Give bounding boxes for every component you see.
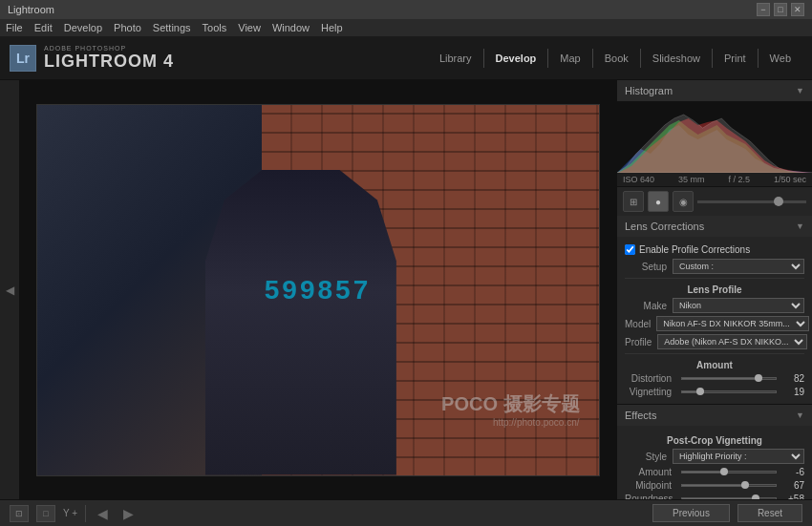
- menu-view[interactable]: View: [238, 22, 261, 33]
- profile-label: Profile: [625, 337, 657, 347]
- menu-edit[interactable]: Edit: [34, 22, 53, 33]
- right-panel: Histogram ▼ ISO 640: [616, 80, 812, 499]
- xy-label: Y +: [63, 508, 77, 518]
- roundness-thumb: [752, 494, 759, 499]
- watermark-id: 599857: [265, 275, 371, 305]
- maximize-button[interactable]: □: [774, 3, 787, 16]
- lens-corrections-content: Enable Profile Corrections Setup Custom …: [617, 237, 812, 404]
- midpoint-value: 67: [780, 480, 804, 491]
- lr-badge: Lr: [10, 45, 36, 72]
- midpoint-row: Midpoint 67: [625, 480, 804, 491]
- distortion-slider[interactable]: [681, 377, 777, 380]
- redeye-tool[interactable]: ◉: [673, 191, 694, 212]
- view-single-btn[interactable]: □: [36, 505, 55, 522]
- histogram-section: Histogram ▼ ISO 640: [617, 80, 812, 187]
- app-header: Lr ADOBE PHOTOSHOP LIGHTROOM 4 Library D…: [0, 36, 812, 80]
- aperture-value: f / 2.5: [728, 175, 750, 184]
- watermark-brand: POCO 摄影专题 http://photo.poco.cn/: [441, 391, 579, 428]
- histogram-collapse-icon: ▼: [796, 86, 804, 95]
- vignetting-value: 19: [780, 387, 804, 397]
- view-compare-btn[interactable]: ⊡: [10, 505, 29, 522]
- vignetting-slider[interactable]: [681, 390, 777, 393]
- roundness-row: Roundness +58: [625, 494, 804, 499]
- bottom-toolbar: ⊡ □ Y + ◀ ▶ Previous Reset: [0, 499, 812, 526]
- make-label: Make: [625, 301, 673, 311]
- photo-background: 599857 POCO 摄影专题 http://photo.poco.cn/: [37, 105, 599, 475]
- menu-photo[interactable]: Photo: [114, 22, 141, 33]
- adobe-label: ADOBE PHOTOSHOP: [44, 45, 174, 52]
- separator: [625, 278, 804, 279]
- histogram-canvas: [617, 101, 812, 173]
- close-button[interactable]: ✕: [791, 3, 804, 16]
- reset-button[interactable]: Reset: [737, 504, 802, 522]
- midpoint-slider[interactable]: [681, 484, 777, 487]
- nav-prev-arrow[interactable]: ◀: [94, 506, 112, 521]
- style-label: Style: [625, 452, 673, 462]
- lr-title-text: ADOBE PHOTOSHOP LIGHTROOM 4: [44, 45, 174, 72]
- distortion-value: 82: [780, 373, 804, 384]
- effects-collapse-icon: ▼: [796, 410, 804, 420]
- model-select[interactable]: Nikon AF-S DX NIKKOR 35mm...: [656, 316, 809, 331]
- vignetting-row: Vignetting 19: [625, 387, 804, 397]
- main-content: ◀ 599857 POCO 摄影专题 http://photo.poco.cn/…: [0, 80, 812, 499]
- menu-tools[interactable]: Tools: [203, 22, 227, 33]
- pcv-amount-row: Amount -6: [625, 467, 804, 477]
- crop-tool[interactable]: ⊞: [623, 191, 644, 212]
- profile-row: Profile Adobe (Nikon AF-S DX NIKKO...: [625, 334, 804, 349]
- roundness-value: +58: [780, 494, 804, 499]
- title-bar: Lightroom − □ ✕: [0, 0, 812, 19]
- menu-window[interactable]: Window: [272, 22, 310, 33]
- effects-header[interactable]: Effects ▼: [617, 405, 812, 426]
- make-row: Make Nikon: [625, 298, 804, 313]
- minimize-button[interactable]: −: [757, 3, 770, 16]
- setup-row: Setup Custom :: [625, 259, 804, 274]
- separator2: [625, 353, 804, 354]
- distortion-fill: [682, 378, 759, 379]
- spot-removal-tool[interactable]: ●: [648, 191, 669, 212]
- module-slideshow[interactable]: Slideshow: [640, 49, 712, 68]
- roundness-label: Roundness: [625, 494, 677, 499]
- menu-settings[interactable]: Settings: [153, 22, 191, 33]
- roundness-slider[interactable]: [681, 497, 777, 499]
- module-print[interactable]: Print: [712, 49, 758, 68]
- model-row: Model Nikon AF-S DX NIKKOR 35mm...: [625, 316, 804, 331]
- setup-select[interactable]: Custom :: [673, 259, 804, 274]
- distortion-label: Distortion: [625, 373, 677, 384]
- make-select[interactable]: Nikon: [673, 298, 804, 313]
- module-library[interactable]: Library: [428, 49, 483, 68]
- left-panel-toggle[interactable]: ◀: [0, 80, 19, 499]
- effects-section: Effects ▼ Post-Crop Vignetting Style Hig…: [617, 405, 812, 499]
- nav-next-arrow[interactable]: ▶: [119, 506, 138, 521]
- module-develop[interactable]: Develop: [483, 49, 548, 68]
- enable-profile-checkbox[interactable]: [625, 244, 635, 255]
- lens-corrections-collapse-icon: ▼: [796, 221, 804, 231]
- module-nav: Library Develop Map Book Slideshow Print…: [428, 49, 802, 68]
- histogram-info: ISO 640 35 mm f / 2.5 1/50 sec: [617, 173, 812, 186]
- module-web[interactable]: Web: [758, 49, 802, 68]
- app-logo: Lr ADOBE PHOTOSHOP LIGHTROOM 4: [10, 45, 174, 72]
- style-select[interactable]: Highlight Priority :: [673, 449, 804, 464]
- model-label: Model: [625, 319, 656, 329]
- amount-header: Amount: [625, 360, 804, 370]
- app-title: Lightroom: [8, 4, 757, 15]
- tool-slider[interactable]: [697, 200, 806, 203]
- effects-content: Post-Crop Vignetting Style Highlight Pri…: [617, 426, 812, 499]
- setup-label: Setup: [625, 262, 673, 272]
- pcv-amount-slider[interactable]: [681, 471, 777, 473]
- window-controls: − □ ✕: [757, 3, 804, 16]
- previous-button[interactable]: Previous: [652, 504, 730, 522]
- tool-slider-thumb: [774, 197, 783, 206]
- pcv-amount-fill: [682, 472, 724, 473]
- module-book[interactable]: Book: [592, 49, 640, 68]
- lens-corrections-header[interactable]: Lens Corrections ▼: [617, 216, 812, 237]
- menu-develop[interactable]: Develop: [64, 22, 102, 33]
- shutter-speed: 1/50 sec: [774, 175, 806, 184]
- menu-help[interactable]: Help: [321, 22, 343, 33]
- module-map[interactable]: Map: [547, 49, 591, 68]
- menu-file[interactable]: File: [6, 22, 23, 33]
- profile-select[interactable]: Adobe (Nikon AF-S DX NIKKO...: [657, 334, 807, 349]
- histogram-header[interactable]: Histogram ▼: [617, 80, 812, 101]
- person-silhouette: [205, 170, 396, 475]
- histogram-chart: [617, 101, 812, 173]
- pcv-amount-label: Amount: [625, 467, 677, 477]
